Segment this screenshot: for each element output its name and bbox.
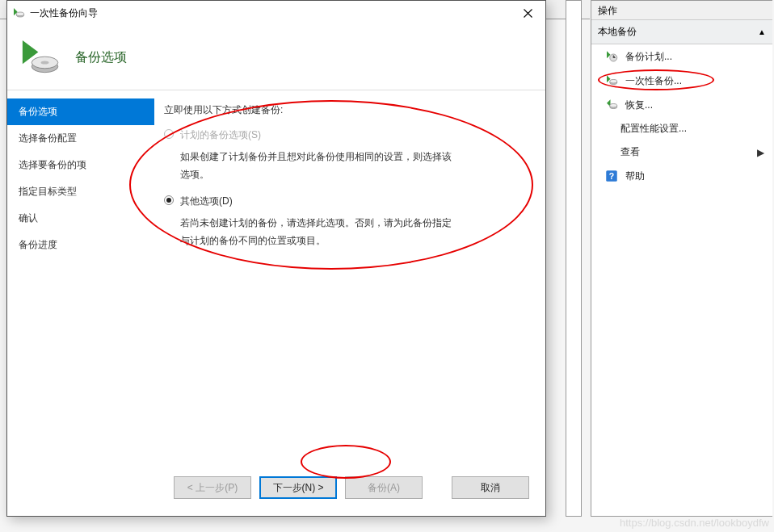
- radio-other-option[interactable]: 其他选项(D): [164, 195, 523, 208]
- radio-desc-planned: 如果创建了计划备份并且想对此备份使用相同的设置，则选择该选项。: [164, 147, 455, 195]
- wizard-body: 备份选项 选择备份配置 选择要备份的项 指定目标类型 确认 备份进度 立即使用以…: [7, 90, 545, 459]
- svg-point-11: [41, 61, 49, 64]
- app-icon: [12, 6, 25, 19]
- action-label: 恢复...: [625, 98, 653, 112]
- next-button[interactable]: 下一步(N) >: [259, 476, 337, 499]
- actions-section-label: 本地备份: [598, 25, 637, 39]
- step-backup-options[interactable]: 备份选项: [7, 98, 154, 125]
- actions-title: 操作: [591, 1, 772, 20]
- chevron-right-icon: ▶: [757, 147, 764, 158]
- step-target-type[interactable]: 指定目标类型: [7, 178, 154, 205]
- recover-icon: [604, 98, 619, 112]
- wizard-header: 备份选项: [7, 25, 545, 90]
- radio-label-planned: 计划的备份选项(S): [180, 128, 261, 142]
- radio-input-other[interactable]: [164, 195, 174, 205]
- action-label: 帮助: [625, 170, 645, 183]
- wizard-footer: < 上一步(P) 下一步(N) > 备份(A) 取消: [7, 459, 545, 516]
- svg-point-8: [16, 12, 23, 16]
- steps-list: 备份选项 选择备份配置 选择要备份的项 指定目标类型 确认 备份进度: [7, 90, 154, 459]
- action-label: 一次性备份...: [625, 74, 682, 88]
- action-backup-schedule[interactable]: 备份计划...: [591, 44, 772, 69]
- action-label: 查看: [620, 145, 640, 159]
- title-text: 一次性备份向导: [30, 6, 511, 20]
- step-select-config[interactable]: 选择备份配置: [7, 125, 154, 152]
- svg-point-2: [610, 80, 617, 84]
- cancel-button[interactable]: 取消: [452, 476, 529, 499]
- actions-section-header[interactable]: 本地备份 ▲: [591, 20, 772, 44]
- actions-pane: 操作 本地备份 ▲ 备份计划... 一次性备份... 恢复... 配置性能设置.…: [591, 0, 772, 517]
- step-progress[interactable]: 备份进度: [7, 232, 154, 258]
- close-button[interactable]: [511, 2, 544, 24]
- radio-planned-option: 计划的备份选项(S): [164, 128, 523, 142]
- action-help[interactable]: ? 帮助: [591, 164, 772, 188]
- action-one-time-backup[interactable]: 一次性备份...: [591, 69, 772, 93]
- wizard-header-title: 备份选项: [75, 49, 127, 66]
- svg-point-4: [610, 104, 617, 108]
- wizard-dialog: 一次性备份向导 备份选项 备份选项 选择备份配置 选择要备份的项 指定目标类型 …: [6, 0, 546, 517]
- bg-panel: [566, 0, 582, 517]
- action-label: 配置性能设置...: [620, 122, 687, 136]
- help-icon: ?: [604, 169, 619, 183]
- step-confirm[interactable]: 确认: [7, 205, 154, 232]
- backup-hero-icon: [19, 36, 61, 78]
- collapse-icon: ▲: [758, 27, 766, 36]
- radio-input-planned: [164, 129, 174, 139]
- prev-button: < 上一步(P): [174, 476, 251, 499]
- step-select-items[interactable]: 选择要备份的项: [7, 152, 154, 178]
- action-view[interactable]: 查看 ▶: [591, 140, 772, 164]
- wizard-content: 立即使用以下方式创建备份: 计划的备份选项(S) 如果创建了计划备份并且想对此备…: [154, 90, 545, 459]
- content-prompt: 立即使用以下方式创建备份:: [164, 103, 523, 117]
- action-label: 备份计划...: [625, 50, 672, 64]
- radio-label-other: 其他选项(D): [180, 195, 233, 208]
- backup-button: 备份(A): [345, 476, 423, 499]
- radio-desc-other: 若尚未创建计划的备份，请选择此选项。否则，请为此备份指定与计划的备份不同的位置或…: [164, 213, 455, 261]
- calendar-arrow-icon: [604, 49, 619, 64]
- svg-text:?: ?: [609, 171, 614, 181]
- action-recover[interactable]: 恢复...: [591, 93, 772, 117]
- backup-once-icon: [604, 73, 619, 88]
- action-perf-settings[interactable]: 配置性能设置...: [591, 117, 772, 140]
- titlebar: 一次性备份向导: [7, 1, 545, 25]
